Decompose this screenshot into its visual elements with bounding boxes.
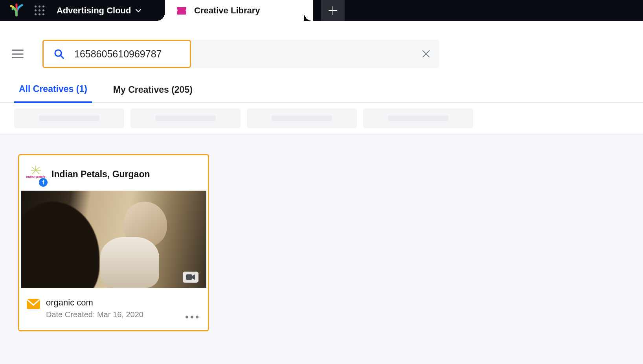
tab-creative-library[interactable]: Creative Library xyxy=(165,0,313,21)
filter-chip-placeholder[interactable] xyxy=(14,108,124,128)
tab-strip-right xyxy=(313,0,345,21)
mail-icon xyxy=(26,298,40,309)
more-actions-button[interactable] xyxy=(186,316,198,318)
search-active-chip[interactable] xyxy=(42,40,191,68)
brand-logo-icon[interactable] xyxy=(9,4,24,18)
page-name: Indian Petals, Gurgaon xyxy=(51,169,150,180)
filter-chip-placeholder[interactable] xyxy=(130,108,241,128)
svg-line-9 xyxy=(36,170,39,174)
view-tabs: All Creatives (1) My Creatives (205) xyxy=(0,84,643,103)
add-tab-button[interactable] xyxy=(321,0,345,21)
close-icon xyxy=(422,50,430,58)
svg-line-8 xyxy=(32,170,36,174)
search-row xyxy=(0,40,643,68)
tab-my-creatives[interactable]: My Creatives (205) xyxy=(108,85,197,102)
product-name-label: Advertising Cloud xyxy=(57,6,131,16)
svg-rect-0 xyxy=(177,11,186,15)
card-header: indian petals f Indian Petals, Gurgaon xyxy=(19,155,208,191)
svg-rect-10 xyxy=(186,274,192,280)
page-avatar: indian petals f xyxy=(25,163,47,185)
facebook-badge-icon: f xyxy=(39,178,48,187)
results-grid: indian petals f Indian Petals, Gurgaon o… xyxy=(0,134,643,364)
inbox-icon xyxy=(176,6,187,15)
tab-all-creatives[interactable]: All Creatives (1) xyxy=(14,84,92,103)
tab-title: Creative Library xyxy=(194,6,260,16)
video-badge-icon xyxy=(183,272,198,283)
filter-chip-placeholder[interactable] xyxy=(247,108,357,128)
clear-search-button[interactable] xyxy=(421,48,432,59)
filter-row xyxy=(0,103,643,134)
search-bar xyxy=(42,40,439,68)
svg-line-5 xyxy=(36,167,40,170)
search-input[interactable] xyxy=(74,48,176,60)
creative-date: Date Created: Mar 16, 2020 xyxy=(46,310,143,319)
creative-thumbnail[interactable] xyxy=(21,191,206,288)
plus-icon xyxy=(327,5,338,16)
top-bar: Advertising Cloud Creative Library xyxy=(0,0,643,21)
chevron-down-icon xyxy=(135,7,142,14)
product-switcher[interactable]: Advertising Cloud xyxy=(57,6,142,16)
card-footer: organic com Date Created: Mar 16, 2020 xyxy=(19,288,208,330)
svg-line-4 xyxy=(31,167,36,170)
app-switcher-icon[interactable] xyxy=(35,6,45,16)
search-icon xyxy=(54,49,64,59)
filter-chip-placeholder[interactable] xyxy=(363,108,473,128)
brand-area: Advertising Cloud xyxy=(0,0,165,21)
creative-name: organic com xyxy=(46,298,143,308)
menu-toggle-button[interactable] xyxy=(12,50,24,58)
creative-card[interactable]: indian petals f Indian Petals, Gurgaon o… xyxy=(18,154,209,331)
svg-line-2 xyxy=(61,55,63,58)
